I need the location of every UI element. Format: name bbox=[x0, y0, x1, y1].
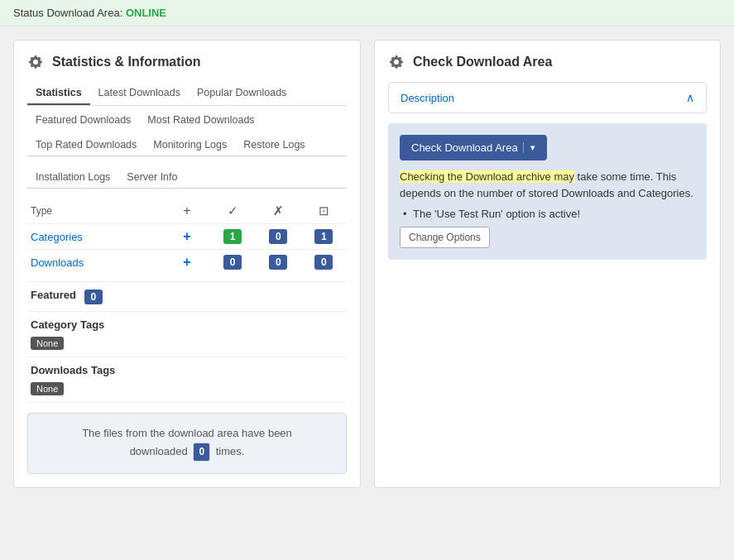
status-value: ONLINE bbox=[126, 7, 166, 19]
col-box: ⊡ bbox=[301, 199, 347, 224]
gear-icon bbox=[27, 54, 44, 70]
highlighted-text: Checking the Download archive may bbox=[400, 170, 574, 183]
category-tags-row: Category Tags None bbox=[27, 311, 347, 357]
accordion-header[interactable]: Description ∧ bbox=[389, 83, 706, 112]
right-panel: Check Download Area Description ∧ Check … bbox=[374, 40, 721, 488]
featured-badge: 0 bbox=[84, 290, 103, 304]
description-accordion[interactable]: Description ∧ bbox=[388, 82, 707, 113]
col-cross: ✗ bbox=[256, 199, 301, 224]
tabs-row-2: Featured Downloads Most Rated Downloads bbox=[27, 109, 347, 131]
downloads-tags-row: Downloads Tags None bbox=[27, 357, 347, 403]
bottom-info-count: 0 bbox=[193, 443, 210, 462]
downloads-cross-badge: 0 bbox=[269, 255, 287, 270]
tab-top-rated-downloads[interactable]: Top Rated Downloads bbox=[27, 134, 145, 156]
stats-table: Type + ✓ ✗ ⊡ Categories + 1 0 1 Download… bbox=[27, 199, 347, 275]
accordion-label: Description bbox=[401, 92, 454, 104]
accordion-chevron-icon: ∧ bbox=[686, 91, 694, 104]
status-bar: Status Download Area: ONLINE bbox=[0, 0, 734, 26]
categories-link[interactable]: Categories bbox=[31, 231, 83, 243]
featured-row: Featured 0 bbox=[27, 281, 347, 311]
right-panel-header: Check Download Area bbox=[388, 54, 707, 70]
downloads-tags-label: Downloads Tags bbox=[31, 364, 343, 376]
status-label: Status Download Area: bbox=[13, 7, 122, 19]
left-panel-title: Statistics & Information bbox=[52, 55, 201, 69]
tab-installation-logs[interactable]: Installation Logs bbox=[27, 166, 118, 188]
bottom-info-text1: The files from the download area have be… bbox=[82, 427, 292, 439]
category-tags-label: Category Tags bbox=[31, 318, 343, 331]
downloads-link[interactable]: Downloads bbox=[31, 256, 84, 269]
bottom-info-text3: times. bbox=[216, 445, 245, 457]
bottom-info-box: The files from the download area have be… bbox=[27, 413, 347, 474]
action-info-text: Checking the Download archive may take s… bbox=[400, 169, 695, 201]
table-row-categories: Categories + 1 0 1 bbox=[27, 224, 347, 250]
check-btn-dropdown-arrow: ▾ bbox=[523, 142, 535, 153]
col-check: ✓ bbox=[210, 199, 256, 224]
tab-restore-logs[interactable]: Restore Logs bbox=[235, 134, 313, 156]
change-options-button[interactable]: Change Options bbox=[400, 227, 490, 248]
downloads-add-icon[interactable]: + bbox=[183, 255, 190, 269]
tab-popular-downloads[interactable]: Popular Downloads bbox=[189, 82, 295, 105]
tab-statistics[interactable]: Statistics bbox=[27, 82, 90, 105]
main-container: Statistics & Information Statistics Late… bbox=[0, 26, 734, 501]
tab-most-rated-downloads[interactable]: Most Rated Downloads bbox=[139, 109, 262, 131]
category-tags-none-badge: None bbox=[31, 337, 64, 350]
downloads-check-badge: 0 bbox=[223, 255, 242, 270]
right-panel-title: Check Download Area bbox=[413, 55, 552, 69]
bullet-point-text: The 'Use Test Run' option is active! bbox=[400, 208, 695, 220]
left-panel: Statistics & Information Statistics Late… bbox=[13, 40, 361, 488]
table-row-downloads: Downloads + 0 0 0 bbox=[27, 250, 347, 275]
col-type: Type bbox=[27, 199, 164, 224]
right-gear-icon bbox=[388, 54, 405, 70]
categories-box-badge: 1 bbox=[314, 229, 333, 244]
downloads-box-badge: 0 bbox=[314, 255, 333, 270]
downloads-tags-none-badge: None bbox=[31, 382, 64, 395]
tab-latest-downloads[interactable]: Latest Downloads bbox=[90, 82, 189, 105]
bottom-info-text2: downloaded bbox=[130, 445, 188, 457]
categories-check-badge: 1 bbox=[223, 229, 242, 244]
tab-monitoring-logs[interactable]: Monitoring Logs bbox=[145, 134, 235, 156]
tab-server-info[interactable]: Server Info bbox=[118, 166, 185, 188]
check-download-area-button[interactable]: Check Download Area ▾ bbox=[400, 135, 547, 160]
tabs-row-1: Statistics Latest Downloads Popular Down… bbox=[27, 82, 347, 106]
categories-cross-badge: 0 bbox=[269, 229, 287, 244]
tabs-row-3: Top Rated Downloads Monitoring Logs Rest… bbox=[27, 134, 347, 156]
col-add: + bbox=[164, 199, 209, 224]
check-btn-label: Check Download Area bbox=[411, 141, 518, 154]
featured-label: Featured bbox=[31, 289, 76, 301]
tabs-row-4: Installation Logs Server Info bbox=[27, 166, 347, 189]
tab-featured-downloads[interactable]: Featured Downloads bbox=[27, 109, 139, 131]
categories-add-icon[interactable]: + bbox=[183, 229, 190, 243]
left-panel-header: Statistics & Information bbox=[27, 54, 347, 70]
action-box: Check Download Area ▾ Checking the Downl… bbox=[388, 123, 707, 260]
